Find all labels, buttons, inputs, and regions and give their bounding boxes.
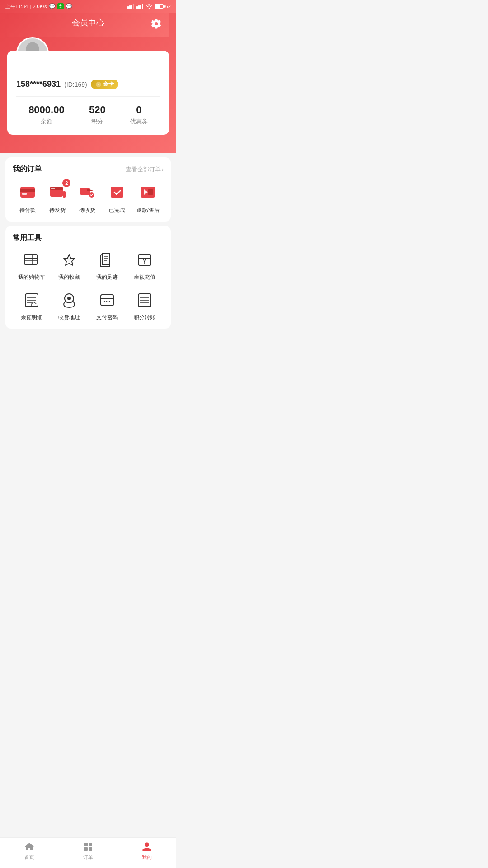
cart-label: 我的购物车 [18, 274, 45, 281]
balance-detail-label: 余额明细 [21, 314, 42, 321]
orders-header: 我的订单 查看全部订单 › [13, 165, 164, 174]
svg-text:¥: ¥ [143, 259, 146, 265]
completed-label: 已完成 [109, 207, 125, 214]
badge-icon: V [95, 81, 102, 88]
svg-rect-1 [129, 5, 131, 9]
page-header: 会员中心 [7, 13, 169, 37]
phone-number: 158****6931 [16, 80, 61, 89]
tools-grid: 我的购物车 我的收藏 [13, 250, 164, 321]
tool-points-transfer[interactable]: 积分转账 [126, 290, 164, 321]
tool-balance-detail[interactable]: 余额明细 [13, 290, 51, 321]
favorites-icon [59, 250, 79, 270]
tool-cart[interactable]: 我的购物车 [13, 250, 51, 281]
refund-label: 退款/售后 [136, 207, 160, 214]
tool-footprint[interactable]: 我的足迹 [88, 250, 126, 281]
order-item-completed[interactable]: 已完成 [106, 181, 128, 214]
time: 上午11:34 [5, 3, 28, 10]
svg-text:V: V [98, 83, 100, 86]
pending-receipt-icon [78, 183, 96, 201]
pending-payment-label: 待付款 [19, 207, 36, 214]
tools-section: 常用工具 我的购物车 [5, 226, 171, 329]
recharge-svg: ¥ [136, 252, 153, 268]
profile-card: 158****6931 (ID:169) V 金卡 8000.00 余额 520 [7, 51, 169, 135]
recharge-label: 余额充值 [134, 274, 155, 281]
order-item-pending-shipment[interactable]: 2 待发货 [47, 181, 68, 214]
svg-rect-22 [111, 187, 123, 198]
orders-grid: 待付款 2 待发货 [13, 181, 164, 214]
completed-icon [108, 183, 126, 201]
payment-password-svg: •••• [99, 292, 115, 308]
svg-point-44 [67, 297, 71, 300]
pending-receipt-icon-wrap [76, 181, 98, 203]
profile-stats: 8000.00 余额 520 积分 0 优惠券 [16, 96, 160, 126]
svg-rect-6 [140, 5, 141, 9]
order-item-refund[interactable]: 退款/售后 [136, 181, 160, 214]
tools-title: 常用工具 [13, 233, 42, 243]
balance-value: 8000.00 [28, 104, 65, 116]
svg-rect-13 [20, 189, 35, 192]
battery-level: 62 [165, 4, 171, 9]
footprint-icon [97, 250, 117, 270]
view-all-orders-button[interactable]: 查看全部订单 › [126, 165, 164, 174]
favorites-label: 我的收藏 [58, 274, 80, 281]
svg-rect-0 [127, 6, 129, 9]
address-label: 收货地址 [58, 314, 80, 321]
coupons-label: 优惠券 [130, 118, 148, 126]
favorites-svg [61, 252, 77, 268]
points-transfer-label: 积分转账 [134, 314, 155, 321]
order-item-pending-payment[interactable]: 待付款 [17, 181, 38, 214]
status-right: 62 [127, 4, 171, 9]
points-transfer-icon [135, 290, 155, 310]
tool-payment-password[interactable]: •••• 支付密码 [88, 290, 126, 321]
refund-icon-wrap [137, 181, 159, 203]
address-icon [59, 290, 79, 310]
pay-icon: 支 [57, 3, 64, 9]
shipment-badge: 2 [62, 179, 70, 187]
cart-svg [23, 252, 40, 268]
settings-button[interactable] [151, 19, 162, 32]
pending-receipt-label: 待收货 [79, 207, 95, 214]
balance-label: 余额 [28, 118, 65, 126]
svg-rect-2 [131, 5, 132, 9]
svg-rect-18 [63, 191, 66, 198]
points-label: 积分 [89, 118, 106, 126]
recharge-icon: ¥ [135, 250, 155, 270]
page-title: 会员中心 [72, 18, 104, 27]
payment-password-icon: •••• [97, 290, 117, 310]
completed-icon-wrap [106, 181, 128, 203]
balance-stat[interactable]: 8000.00 余额 [28, 104, 65, 126]
battery-icon [155, 4, 164, 9]
member-badge: V 金卡 [91, 80, 118, 89]
svg-rect-5 [138, 5, 140, 9]
header-area: 会员中心 158****6931 (ID:169) [0, 13, 176, 153]
balance-detail-svg [23, 292, 40, 308]
signal-icon-2 [136, 4, 144, 9]
pending-shipment-icon-wrap: 2 [47, 181, 68, 203]
svg-rect-3 [133, 4, 134, 9]
tool-favorites[interactable]: 我的收藏 [51, 250, 89, 281]
coupons-stat[interactable]: 0 优惠券 [130, 104, 148, 126]
svg-rect-4 [136, 6, 138, 9]
footprint-svg [99, 252, 115, 268]
main-content: 我的订单 查看全部订单 › 待付款 2 [0, 157, 176, 369]
network-speed: | [30, 4, 31, 9]
pending-shipment-label: 待发货 [49, 207, 66, 214]
tools-header: 常用工具 [13, 233, 164, 243]
cart-icon [22, 250, 42, 270]
wechat-icon: 💬 [49, 3, 56, 9]
network-speed-value: 2.0K/s [33, 4, 47, 9]
tool-address[interactable]: 收货地址 [51, 290, 89, 321]
order-item-pending-receipt[interactable]: 待收货 [76, 181, 98, 214]
orders-section: 我的订单 查看全部订单 › 待付款 2 [5, 157, 171, 222]
points-transfer-svg [136, 292, 153, 308]
balance-detail-icon [22, 290, 42, 310]
svg-point-32 [67, 258, 71, 262]
msg-icon: 💬 [66, 3, 72, 9]
svg-rect-24 [148, 189, 153, 195]
svg-text:••••: •••• [103, 299, 111, 304]
profile-info: 158****6931 (ID:169) V 金卡 [16, 80, 160, 89]
tool-recharge[interactable]: ¥ 余额充值 [126, 250, 164, 281]
refund-icon [139, 183, 157, 201]
points-stat[interactable]: 520 积分 [89, 104, 106, 126]
payment-password-label: 支付密码 [96, 314, 118, 321]
